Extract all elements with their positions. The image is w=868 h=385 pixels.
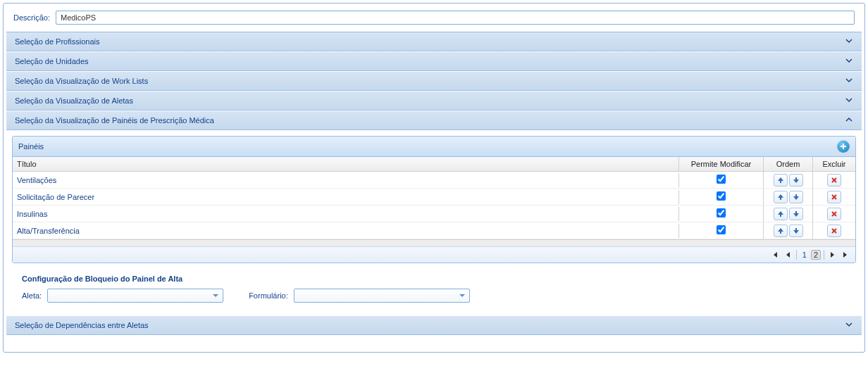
paineis-grid: Painéis Título Permite Modificar Ordem E… bbox=[12, 136, 856, 263]
cell-permite bbox=[679, 189, 764, 205]
delete-button[interactable] bbox=[827, 225, 841, 237]
grid-header: Título Permite Modificar Ordem Excluir bbox=[13, 157, 855, 172]
cell-permite bbox=[679, 206, 764, 222]
cell-permite bbox=[679, 222, 764, 239]
permite-checkbox[interactable] bbox=[717, 208, 726, 217]
table-row[interactable]: Insulinas bbox=[13, 206, 855, 222]
accordion-paineis[interactable]: Seleção da Visualização de Painéis de Pr… bbox=[6, 111, 862, 130]
chevron-down-icon bbox=[845, 96, 853, 106]
pager-first-icon[interactable] bbox=[769, 249, 781, 260]
col-ordem[interactable]: Ordem bbox=[764, 157, 813, 171]
col-titulo[interactable]: Título bbox=[13, 157, 679, 171]
permite-checkbox[interactable] bbox=[717, 191, 726, 201]
accordion-label: Seleção da Visualização de Work Lists bbox=[15, 77, 148, 85]
cell-titulo: Ventilações bbox=[13, 173, 679, 187]
move-up-button[interactable] bbox=[774, 208, 788, 220]
pager-last-icon[interactable] bbox=[840, 249, 851, 260]
paineis-panel-content: Painéis Título Permite Modificar Ordem E… bbox=[6, 130, 862, 315]
description-label: Descrição: bbox=[13, 13, 50, 22]
col-permite[interactable]: Permite Modificar bbox=[679, 157, 764, 171]
cell-excluir bbox=[813, 205, 855, 223]
permite-checkbox[interactable] bbox=[717, 175, 726, 184]
table-row[interactable]: Alta/Transferência bbox=[13, 222, 855, 239]
delete-button[interactable] bbox=[827, 208, 841, 220]
pager-page-2[interactable]: 2 bbox=[811, 250, 821, 260]
cell-excluir bbox=[813, 222, 855, 240]
move-up-button[interactable] bbox=[774, 191, 788, 203]
accordion-dependencias[interactable]: Seleção de Dependências entre Aletas bbox=[6, 315, 862, 335]
config-bloqueio: Configuração de Bloqueio do Painel de Al… bbox=[12, 270, 856, 310]
grid-scrollbar[interactable] bbox=[13, 239, 855, 246]
config-row: Aleta: Formulário: bbox=[22, 289, 846, 303]
pager-separator bbox=[796, 250, 797, 260]
chevron-down-icon bbox=[210, 290, 221, 301]
accordion-unidades[interactable]: Seleção de Unidades bbox=[6, 51, 862, 71]
cell-ordem bbox=[764, 205, 813, 223]
grid-title-bar: Painéis bbox=[13, 137, 855, 157]
chevron-down-icon bbox=[845, 76, 853, 86]
accordion-label: Seleção da Visualização de Painéis de Pr… bbox=[15, 116, 214, 125]
formulario-combo[interactable] bbox=[294, 289, 470, 303]
config-title: Configuração de Bloqueio do Painel de Al… bbox=[22, 274, 846, 283]
cell-titulo: Alta/Transferência bbox=[13, 224, 679, 238]
cell-permite bbox=[679, 172, 764, 188]
grid-pager: 1 2 bbox=[13, 246, 855, 263]
pager-next-icon[interactable] bbox=[827, 249, 838, 260]
description-row: Descrição: bbox=[6, 6, 862, 29]
pager-separator bbox=[824, 250, 824, 260]
chevron-down-icon bbox=[457, 290, 468, 301]
col-excluir[interactable]: Excluir bbox=[813, 157, 855, 171]
form-panel: Descrição: Seleção de Profissionais Sele… bbox=[3, 3, 865, 353]
accordion-label: Seleção de Unidades bbox=[15, 57, 89, 65]
cell-titulo: Solicitação de Parecer bbox=[13, 190, 679, 204]
grid-body: VentilaçõesSolicitação de ParecerInsulin… bbox=[13, 172, 855, 239]
pager-page-1[interactable]: 1 bbox=[800, 251, 810, 259]
move-up-button[interactable] bbox=[774, 225, 788, 237]
cell-excluir bbox=[813, 188, 855, 206]
move-down-button[interactable] bbox=[789, 208, 803, 220]
description-input[interactable] bbox=[56, 11, 855, 25]
delete-button[interactable] bbox=[827, 191, 841, 203]
delete-button[interactable] bbox=[827, 174, 841, 187]
permite-checkbox[interactable] bbox=[717, 225, 726, 234]
chevron-down-icon bbox=[845, 56, 853, 66]
accordion-profissionais[interactable]: Seleção de Profissionais bbox=[6, 32, 862, 51]
formulario-label: Formulário: bbox=[249, 291, 288, 300]
move-down-button[interactable] bbox=[789, 174, 803, 187]
grid-title: Painéis bbox=[18, 142, 44, 151]
table-row[interactable]: Solicitação de Parecer bbox=[13, 189, 855, 206]
move-up-button[interactable] bbox=[774, 174, 788, 187]
cell-ordem bbox=[764, 222, 813, 240]
pager-prev-icon[interactable] bbox=[782, 249, 793, 260]
cell-ordem bbox=[764, 171, 813, 189]
table-row[interactable]: Ventilações bbox=[13, 172, 855, 189]
chevron-up-icon bbox=[845, 115, 853, 125]
chevron-down-icon bbox=[845, 37, 853, 46]
accordion-label: Seleção da Visualização de Aletas bbox=[15, 96, 133, 105]
bottom-padding bbox=[6, 335, 862, 349]
add-button[interactable] bbox=[837, 140, 850, 153]
chevron-down-icon bbox=[845, 320, 853, 330]
cell-titulo: Insulinas bbox=[13, 207, 679, 221]
aleta-label: Aleta: bbox=[22, 291, 42, 300]
accordion-aletas[interactable]: Seleção da Visualização de Aletas bbox=[6, 91, 862, 111]
accordion-worklists[interactable]: Seleção da Visualização de Work Lists bbox=[6, 71, 862, 91]
aleta-combo[interactable] bbox=[47, 289, 223, 303]
cell-excluir bbox=[813, 171, 855, 189]
move-down-button[interactable] bbox=[789, 225, 803, 237]
cell-ordem bbox=[764, 188, 813, 206]
move-down-button[interactable] bbox=[789, 191, 803, 203]
accordion-label: Seleção de Dependências entre Aletas bbox=[15, 321, 149, 329]
accordion-label: Seleção de Profissionais bbox=[15, 37, 99, 46]
